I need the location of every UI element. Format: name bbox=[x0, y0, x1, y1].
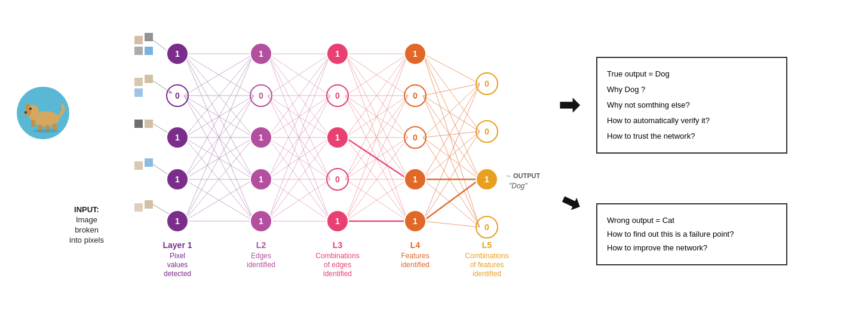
svg-text:1: 1 bbox=[259, 133, 263, 142]
true-output-line3: Why not somthing else? bbox=[607, 97, 777, 113]
svg-text:values: values bbox=[167, 261, 188, 269]
svg-text:→ OUTPUT: → OUTPUT bbox=[505, 172, 541, 179]
true-output-line2: Why Dog ? bbox=[607, 82, 777, 97]
svg-text:0: 0 bbox=[413, 133, 418, 142]
svg-text:1: 1 bbox=[413, 49, 418, 59]
svg-text:L2: L2 bbox=[256, 240, 266, 250]
svg-line-98 bbox=[423, 96, 480, 131]
svg-text:Layer 1: Layer 1 bbox=[162, 240, 192, 250]
svg-text:identified: identified bbox=[473, 270, 501, 278]
svg-text:1: 1 bbox=[335, 133, 340, 142]
svg-text:INPUT:: INPUT: bbox=[74, 205, 99, 214]
svg-line-94 bbox=[423, 54, 480, 131]
true-output-box: True output = Dog Why Dog ? Why not somt… bbox=[596, 57, 787, 154]
svg-text:1: 1 bbox=[413, 175, 418, 184]
wrong-output-line1: Wrong output = Cat bbox=[607, 213, 777, 228]
dog-image bbox=[17, 87, 69, 139]
svg-text:1: 1 bbox=[175, 49, 180, 59]
svg-text:1: 1 bbox=[335, 216, 340, 226]
svg-line-95 bbox=[423, 54, 480, 179]
svg-rect-3 bbox=[145, 47, 153, 55]
svg-text:into pixels: into pixels bbox=[69, 236, 104, 244]
true-output-line1: True output = Dog bbox=[607, 66, 777, 82]
svg-rect-6 bbox=[134, 88, 143, 97]
svg-text:identified: identified bbox=[323, 270, 352, 278]
svg-line-97 bbox=[423, 84, 480, 96]
svg-rect-2 bbox=[134, 47, 143, 55]
true-output-line4: How to automatically verify it? bbox=[607, 113, 777, 129]
svg-text:L5: L5 bbox=[482, 240, 492, 250]
svg-line-112 bbox=[423, 221, 480, 227]
svg-rect-11 bbox=[134, 203, 143, 212]
svg-text:1: 1 bbox=[175, 216, 180, 226]
svg-text:L3: L3 bbox=[333, 240, 343, 250]
svg-text:identified: identified bbox=[401, 261, 430, 269]
svg-text:"Dog": "Dog" bbox=[509, 182, 527, 190]
svg-text:0: 0 bbox=[484, 222, 489, 232]
svg-line-102 bbox=[423, 131, 480, 137]
svg-line-99 bbox=[423, 96, 480, 179]
svg-line-101 bbox=[423, 84, 480, 137]
svg-text:Edges: Edges bbox=[251, 252, 271, 260]
svg-text:1: 1 bbox=[259, 175, 263, 184]
svg-point-194 bbox=[29, 108, 32, 110]
svg-text:0: 0 bbox=[175, 91, 180, 100]
svg-rect-4 bbox=[134, 78, 143, 86]
svg-rect-9 bbox=[134, 161, 143, 170]
wrong-output-line3: How to improve the network? bbox=[607, 240, 777, 256]
svg-point-195 bbox=[24, 111, 27, 114]
svg-line-105 bbox=[423, 84, 480, 179]
svg-rect-1 bbox=[145, 33, 153, 41]
svg-rect-5 bbox=[145, 75, 153, 83]
svg-text:Combinations: Combinations bbox=[465, 252, 508, 260]
svg-rect-8 bbox=[145, 120, 153, 128]
svg-text:Features: Features bbox=[401, 252, 429, 260]
svg-text:detected: detected bbox=[164, 270, 191, 278]
svg-text:0: 0 bbox=[484, 127, 489, 136]
svg-line-17 bbox=[153, 204, 171, 215]
right-arrow: ➡ bbox=[559, 93, 579, 118]
svg-rect-10 bbox=[145, 158, 153, 167]
svg-text:1: 1 bbox=[335, 49, 340, 59]
svg-rect-0 bbox=[134, 36, 143, 44]
svg-text:1: 1 bbox=[259, 216, 263, 226]
svg-text:0: 0 bbox=[413, 91, 418, 100]
svg-rect-12 bbox=[145, 200, 153, 209]
svg-line-104 bbox=[423, 137, 480, 227]
svg-text:1: 1 bbox=[175, 175, 180, 184]
svg-text:0: 0 bbox=[484, 79, 489, 88]
svg-point-200 bbox=[32, 129, 59, 133]
svg-text:Pixel: Pixel bbox=[170, 252, 185, 260]
svg-text:of edges: of edges bbox=[324, 261, 351, 269]
svg-text:L4: L4 bbox=[410, 240, 421, 250]
svg-text:0: 0 bbox=[335, 175, 340, 184]
svg-rect-7 bbox=[134, 120, 143, 128]
svg-text:1: 1 bbox=[259, 49, 263, 59]
wrong-output-box: Wrong output = Cat How to find out this … bbox=[596, 203, 787, 265]
svg-text:Combinations: Combinations bbox=[315, 252, 359, 260]
svg-text:0: 0 bbox=[335, 91, 340, 100]
svg-text:1: 1 bbox=[484, 175, 489, 184]
svg-line-103 bbox=[423, 137, 480, 179]
svg-text:identified: identified bbox=[247, 261, 275, 269]
svg-text:1: 1 bbox=[175, 133, 180, 142]
svg-text:0: 0 bbox=[259, 91, 263, 100]
wrong-output-line2: How to find out this is a failure point? bbox=[607, 228, 777, 240]
svg-line-106 bbox=[423, 131, 480, 179]
svg-text:of features: of features bbox=[470, 261, 504, 269]
svg-text:1: 1 bbox=[413, 216, 418, 226]
true-output-line5: How to trust the network? bbox=[607, 129, 777, 144]
svg-rect-199 bbox=[31, 120, 35, 127]
svg-text:broken: broken bbox=[75, 225, 99, 234]
svg-text:Image: Image bbox=[76, 215, 97, 224]
